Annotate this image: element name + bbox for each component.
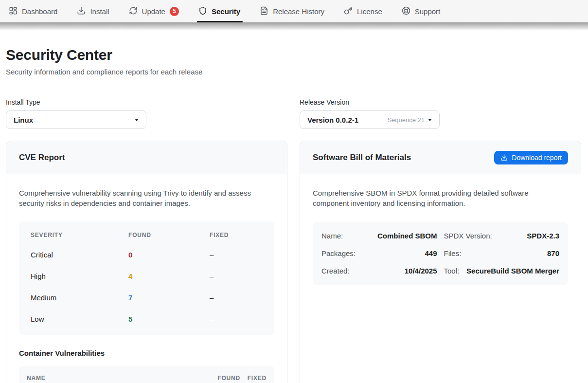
sbom-card-header: Software Bill of Materials Download repo…	[300, 141, 581, 174]
cve-description: Comprehensive vulnerability scanning usi…	[19, 188, 272, 209]
page-title: Security Center	[6, 47, 581, 63]
severity-label: High	[31, 272, 128, 280]
nav-label: Release History	[273, 7, 324, 16]
nav-label: Dashboard	[22, 7, 57, 16]
shield-icon	[198, 6, 207, 17]
info-label: SPDX Version:	[444, 232, 492, 240]
nav-shadow-band	[0, 22, 588, 31]
update-count-badge: 5	[170, 7, 179, 16]
table-row-medium: Medium 7 –	[19, 287, 274, 309]
install-type-filter: Install Type Linux	[6, 98, 287, 129]
sbom-card-body: Comprehensive SBOM in SPDX format provid…	[300, 174, 581, 299]
fixed-count: –	[210, 272, 263, 280]
nav-label: Install	[90, 7, 109, 16]
release-version-select[interactable]: Version 0.0.2-1 Sequence 21	[300, 110, 440, 129]
cve-report-card: CVE Report Comprehensive vulnerability s…	[6, 141, 287, 383]
cve-card-title: CVE Report	[19, 153, 65, 163]
sbom-name-row: Name: Combined SBOM	[321, 227, 437, 245]
release-version-label: Release Version	[300, 98, 581, 106]
release-version-value: Version 0.0.2-1	[307, 116, 358, 124]
severity-col-header: Severity	[31, 232, 128, 238]
info-label: Created:	[321, 267, 350, 275]
active-tab-underline	[197, 21, 243, 22]
dashboard-grid-icon	[9, 6, 18, 17]
info-label: Tool:	[444, 267, 460, 275]
info-value: SecureBuild SBOM Merger	[466, 267, 559, 275]
nav-item-update[interactable]: Update 5	[129, 0, 179, 22]
sbom-card: Software Bill of Materials Download repo…	[300, 141, 581, 383]
nav-item-support[interactable]: Support	[402, 0, 441, 22]
cve-card-header: CVE Report	[6, 141, 287, 174]
sbom-card-title: Software Bill of Materials	[313, 153, 411, 163]
table-row-critical: Critical 0 –	[19, 244, 274, 266]
nav-label: Update	[142, 7, 165, 16]
found-count: 7	[128, 293, 210, 302]
sbom-info-grid: Name: Combined SBOM SPDX Version: SPDX-2…	[313, 222, 568, 285]
found-count: 0	[128, 251, 210, 259]
info-value: Combined SBOM	[377, 232, 437, 240]
info-label: Name:	[321, 232, 343, 240]
file-text-icon	[260, 6, 268, 17]
info-value: 449	[425, 249, 437, 257]
sbom-tool-row: Tool: SecureBuild SBOM Merger	[444, 262, 560, 280]
severity-table: Severity Found Fixed Critical 0 – High 4…	[19, 221, 274, 335]
sbom-files-row: Files: 870	[444, 245, 560, 262]
info-value: SPDX-2.3	[527, 232, 559, 240]
container-vulnerabilities-table-header: Name Found Fixed	[19, 366, 274, 383]
table-row-high: High 4 –	[19, 266, 274, 287]
found-col-header: Found	[198, 371, 240, 383]
fixed-col-header: Fixed	[240, 371, 267, 383]
cards-row: CVE Report Comprehensive vulnerability s…	[6, 141, 581, 383]
page-subtitle: Security information and compliance repo…	[6, 68, 581, 76]
key-icon	[344, 6, 353, 17]
download-report-button[interactable]: Download report	[494, 151, 568, 164]
sbom-packages-row: Packages: 449	[321, 245, 437, 262]
nav-label: Support	[415, 7, 441, 16]
install-type-select[interactable]: Linux	[6, 110, 146, 129]
nav-item-license[interactable]: License	[344, 0, 382, 22]
info-label: Files:	[444, 249, 462, 257]
severity-label: Low	[31, 315, 128, 323]
nav-item-install[interactable]: Install	[77, 0, 109, 22]
release-version-filter: Release Version Version 0.0.2-1 Sequence…	[300, 98, 581, 129]
found-count: 5	[128, 315, 210, 323]
lifebuoy-icon	[402, 6, 410, 17]
install-type-label: Install Type	[6, 98, 287, 106]
download-report-label: Download report	[512, 154, 562, 162]
filters-row: Install Type Linux Release Version Versi…	[6, 98, 581, 129]
top-navigation: Dashboard Install Update 5 Security Rele…	[0, 0, 588, 22]
severity-table-header: Severity Found Fixed	[19, 226, 274, 244]
fixed-col-header: Fixed	[210, 232, 263, 238]
install-type-value: Linux	[14, 116, 33, 124]
sbom-spdx-version-row: SPDX Version: SPDX-2.3	[444, 227, 560, 245]
nav-label: Security	[212, 7, 240, 16]
main-content: Security Center Security information and…	[0, 47, 588, 383]
download-icon	[77, 6, 86, 17]
fixed-count: –	[210, 293, 263, 302]
chevron-down-icon	[428, 119, 432, 121]
fixed-count: –	[210, 251, 263, 259]
fixed-count: –	[210, 315, 263, 323]
nav-item-security[interactable]: Security	[198, 0, 240, 22]
chevron-down-icon	[135, 119, 139, 121]
sbom-description: Comprehensive SBOM in SPDX format provid…	[313, 188, 566, 209]
sequence-hint: Sequence 21	[387, 116, 425, 124]
severity-label: Medium	[31, 293, 128, 302]
nav-item-release-history[interactable]: Release History	[260, 0, 324, 22]
found-count: 4	[128, 272, 210, 280]
info-value: 10/4/2025	[405, 267, 437, 275]
download-icon	[500, 154, 508, 161]
cve-card-body: Comprehensive vulnerability scanning usi…	[6, 174, 287, 383]
info-label: Packages:	[321, 249, 356, 257]
refresh-icon	[129, 6, 138, 17]
container-vulnerabilities-heading: Container Vulnerabilities	[19, 349, 274, 357]
found-col-header: Found	[128, 232, 210, 238]
sbom-created-row: Created: 10/4/2025	[321, 262, 437, 280]
severity-label: Critical	[31, 251, 128, 259]
table-row-low: Low 5 –	[19, 309, 274, 330]
info-value: 870	[547, 249, 559, 257]
nav-label: License	[357, 7, 382, 16]
name-col-header: Name	[27, 371, 198, 383]
nav-item-dashboard[interactable]: Dashboard	[9, 0, 57, 22]
